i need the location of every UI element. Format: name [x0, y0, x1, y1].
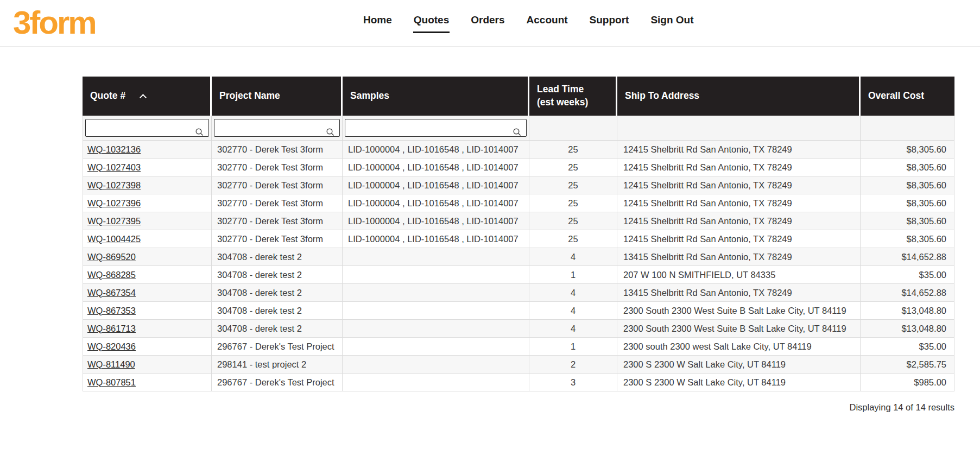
lead-time-cell: 25 — [529, 176, 617, 194]
table-row: WQ-1027396302770 - Derek Test 3formLID-1… — [83, 194, 954, 212]
results-count: Displaying 14 of 14 results — [83, 402, 954, 413]
samples-cell — [343, 248, 529, 266]
quote-number-cell: WQ-807851 — [83, 374, 212, 391]
lead-time-cell: 25 — [529, 159, 617, 176]
main-nav: Home Quotes Orders Account Support Sign … — [363, 0, 694, 41]
lead-time-cell: 4 — [529, 302, 617, 320]
sort-ascending-icon — [140, 94, 147, 101]
overall-cost-cell: $14,652.88 — [861, 284, 954, 302]
project-name-cell: 302770 - Derek Test 3form — [212, 212, 343, 230]
samples-cell: LID-1000004 , LID-1016548 , LID-1014007 — [343, 212, 529, 230]
table-row: WQ-1004425302770 - Derek Test 3formLID-1… — [83, 230, 954, 248]
lead-time-filter-cell — [529, 116, 617, 141]
column-header-ship-to[interactable]: Ship To Address — [617, 77, 861, 116]
project-filter-input[interactable] — [214, 119, 340, 137]
nav-item-orders[interactable]: Orders — [470, 9, 505, 33]
quote-link[interactable]: WQ-867353 — [87, 306, 136, 315]
samples-filter-input[interactable] — [345, 119, 527, 137]
column-header-samples[interactable]: Samples — [343, 77, 529, 116]
quote-filter-cell — [83, 116, 212, 141]
lead-time-cell: 25 — [529, 230, 617, 248]
quote-link[interactable]: WQ-868285 — [87, 270, 136, 280]
project-name-cell: 302770 - Derek Test 3form — [212, 230, 343, 248]
ship-address-cell: 12415 Shelbritt Rd San Antonio, TX 78249 — [617, 230, 861, 248]
lead-time-cell: 25 — [529, 212, 617, 230]
quotes-table-container: Quote # Project Name Samples Lead Time (… — [83, 77, 954, 391]
quote-number-cell: WQ-867354 — [83, 284, 212, 302]
nav-item-sign-out[interactable]: Sign Out — [650, 9, 694, 33]
quote-link[interactable]: WQ-1032136 — [87, 144, 141, 154]
ship-address-cell: 12415 Shelbritt Rd San Antonio, TX 78249 — [617, 176, 861, 194]
ship-address-cell: 2300 South 2300 West Suite B Salt Lake C… — [617, 302, 861, 320]
ship-to-filter-cell — [617, 116, 861, 141]
ship-address-cell: 13415 Shelbritt Rd San Antonio, TX 78249 — [617, 284, 861, 302]
quote-link[interactable]: WQ-1027396 — [87, 198, 141, 208]
project-name-cell: 304708 - derek test 2 — [212, 248, 343, 266]
quote-link[interactable]: WQ-869520 — [87, 252, 136, 262]
samples-cell — [343, 374, 529, 391]
ship-address-cell: 2300 S 2300 W Salt Lake City, UT 84119 — [617, 356, 861, 374]
quote-link[interactable]: WQ-807851 — [87, 377, 136, 387]
overall-cost-cell: $13,048.80 — [861, 302, 954, 320]
quote-link[interactable]: WQ-1004425 — [87, 234, 141, 244]
overall-cost-cell: $8,305.60 — [861, 141, 954, 159]
column-header-overall-cost[interactable]: Overall Cost — [861, 77, 954, 116]
project-filter-cell — [212, 116, 343, 141]
quote-number-cell: WQ-1027396 — [83, 194, 212, 212]
ship-address-cell: 2300 S 2300 W Salt Lake City, UT 84119 — [617, 374, 861, 391]
table-row: WQ-820436296767 - Derek's Test Project12… — [83, 338, 954, 356]
overall-cost-cell: $13,048.80 — [861, 320, 954, 338]
overall-cost-cell: $8,305.60 — [861, 194, 954, 212]
overall-cost-filter-cell — [861, 116, 954, 141]
column-header-quote[interactable]: Quote # — [83, 77, 212, 116]
quote-number-cell: WQ-1032136 — [83, 141, 212, 159]
quote-number-cell: WQ-861713 — [83, 320, 212, 338]
samples-cell: LID-1000004 , LID-1016548 , LID-1014007 — [343, 176, 529, 194]
project-name-cell: 302770 - Derek Test 3form — [212, 141, 343, 159]
quote-link[interactable]: WQ-1027398 — [87, 180, 141, 190]
overall-cost-cell: $2,585.75 — [861, 356, 954, 374]
table-row: WQ-1027403302770 - Derek Test 3formLID-1… — [83, 159, 954, 176]
overall-cost-cell: $985.00 — [861, 374, 954, 391]
table-row: WQ-807851296767 - Derek's Test Project32… — [83, 374, 954, 391]
quote-number-cell: WQ-868285 — [83, 266, 212, 284]
quotes-table: Quote # Project Name Samples Lead Time (… — [83, 77, 954, 391]
samples-cell — [343, 356, 529, 374]
ship-address-cell: 12415 Shelbritt Rd San Antonio, TX 78249 — [617, 159, 861, 176]
quote-filter-input[interactable] — [85, 119, 209, 137]
quote-link[interactable]: WQ-1027395 — [87, 216, 141, 226]
project-name-cell: 304708 - derek test 2 — [212, 302, 343, 320]
lead-time-cell: 25 — [529, 194, 617, 212]
nav-item-home[interactable]: Home — [363, 9, 393, 33]
nav-item-quotes[interactable]: Quotes — [413, 9, 450, 33]
column-header-project[interactable]: Project Name — [212, 77, 343, 116]
project-name-cell: 302770 - Derek Test 3form — [212, 159, 343, 176]
quote-link[interactable]: WQ-861713 — [87, 324, 136, 333]
samples-cell: LID-1000004 , LID-1016548 , LID-1014007 — [343, 159, 529, 176]
quote-number-cell: WQ-811490 — [83, 356, 212, 374]
nav-item-support[interactable]: Support — [589, 9, 630, 33]
quote-number-cell: WQ-1027398 — [83, 176, 212, 194]
lead-time-cell: 1 — [529, 338, 617, 356]
column-header-lead-time[interactable]: Lead Time (est weeks) — [529, 77, 617, 116]
brand-logo[interactable]: 3form — [13, 0, 96, 46]
nav-item-account[interactable]: Account — [526, 9, 568, 33]
table-row: WQ-861713304708 - derek test 242300 Sout… — [83, 320, 954, 338]
quote-link[interactable]: WQ-820436 — [87, 342, 136, 351]
samples-cell — [343, 338, 529, 356]
ship-address-cell: 2300 south 2300 west Salt Lake City, UT … — [617, 338, 861, 356]
lead-time-cell: 1 — [529, 266, 617, 284]
overall-cost-cell: $14,652.88 — [861, 248, 954, 266]
overall-cost-cell: $8,305.60 — [861, 159, 954, 176]
quote-link[interactable]: WQ-867354 — [87, 288, 136, 298]
table-row: WQ-1027398302770 - Derek Test 3formLID-1… — [83, 176, 954, 194]
lead-time-cell: 4 — [529, 284, 617, 302]
project-name-cell: 302770 - Derek Test 3form — [212, 176, 343, 194]
project-name-cell: 302770 - Derek Test 3form — [212, 194, 343, 212]
samples-cell: LID-1000004 , LID-1016548 , LID-1014007 — [343, 230, 529, 248]
samples-cell — [343, 284, 529, 302]
quote-link[interactable]: WQ-1027403 — [87, 162, 141, 172]
project-name-cell: 296767 - Derek's Test Project — [212, 338, 343, 356]
quote-link[interactable]: WQ-811490 — [87, 359, 135, 369]
samples-cell: LID-1000004 , LID-1016548 , LID-1014007 — [343, 141, 529, 159]
